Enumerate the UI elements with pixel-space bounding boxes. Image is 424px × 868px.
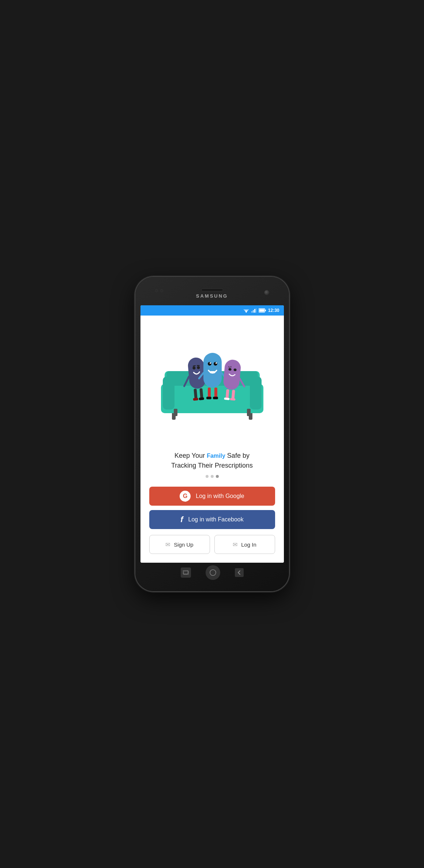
svg-rect-37 bbox=[206, 397, 211, 399]
front-camera-area bbox=[155, 289, 163, 292]
svg-rect-16 bbox=[247, 409, 251, 416]
pill-characters-svg bbox=[161, 347, 263, 420]
svg-rect-15 bbox=[174, 409, 177, 416]
svg-rect-32 bbox=[210, 371, 215, 373]
svg-rect-9 bbox=[265, 310, 266, 311]
svg-rect-7 bbox=[256, 308, 256, 313]
speaker-grille bbox=[201, 288, 223, 291]
facebook-login-button[interactable]: f Log in with Facebook bbox=[149, 510, 275, 529]
svg-rect-10 bbox=[259, 309, 264, 312]
recent-apps-icon bbox=[183, 570, 189, 575]
signup-button[interactable]: ✉ Sign Up bbox=[149, 535, 210, 554]
login-label: Log In bbox=[241, 541, 256, 548]
app-content: Keep Your Family Safe byTracking Their P… bbox=[140, 316, 284, 563]
home-button[interactable] bbox=[206, 565, 220, 580]
home-icon bbox=[210, 569, 216, 576]
facebook-button-label: Log in with Facebook bbox=[188, 516, 244, 523]
svg-rect-26 bbox=[199, 397, 204, 400]
illustration-area bbox=[149, 323, 275, 445]
back-button[interactable] bbox=[235, 568, 244, 577]
camera-dot-1 bbox=[155, 289, 158, 292]
tagline-text-prefix: Keep Your bbox=[175, 452, 207, 459]
facebook-icon: f bbox=[180, 515, 183, 524]
rear-camera bbox=[264, 290, 269, 295]
brand-text: SAMSUNG bbox=[196, 293, 228, 299]
battery-icon bbox=[259, 308, 266, 313]
signup-label: Sign Up bbox=[174, 541, 193, 548]
signal-icon bbox=[251, 308, 256, 313]
svg-point-30 bbox=[210, 362, 211, 364]
login-button[interactable]: ✉ Log In bbox=[214, 535, 275, 554]
svg-rect-25 bbox=[193, 398, 198, 401]
tagline-highlight: Family bbox=[207, 453, 225, 459]
phone-top-bezel: SAMSUNG bbox=[140, 283, 284, 305]
wifi-icon bbox=[243, 308, 249, 313]
google-button-label: Log in with Google bbox=[196, 493, 244, 499]
svg-point-31 bbox=[215, 362, 217, 364]
svg-rect-38 bbox=[213, 397, 218, 399]
svg-rect-21 bbox=[196, 365, 199, 366]
svg-point-51 bbox=[210, 570, 216, 575]
svg-point-29 bbox=[214, 362, 217, 366]
svg-rect-13 bbox=[163, 377, 175, 410]
google-login-button[interactable]: G Log in with Google bbox=[149, 487, 275, 506]
svg-rect-36 bbox=[214, 388, 217, 398]
svg-rect-6 bbox=[254, 309, 255, 313]
back-icon bbox=[237, 570, 242, 575]
svg-rect-14 bbox=[250, 377, 262, 410]
login-mail-icon: ✉ bbox=[233, 541, 237, 548]
tagline: Keep Your Family Safe byTracking Their P… bbox=[171, 451, 253, 471]
couch-scene bbox=[161, 347, 263, 420]
dots-indicator bbox=[206, 475, 219, 478]
svg-rect-5 bbox=[253, 310, 254, 313]
svg-rect-27 bbox=[203, 353, 222, 388]
status-time: 12:30 bbox=[268, 308, 279, 313]
phone-device: SAMSUNG 12:30 bbox=[135, 277, 289, 591]
dot-1 bbox=[206, 475, 209, 478]
status-bar: 12:30 bbox=[140, 305, 284, 316]
phone-bottom-bezel bbox=[140, 563, 284, 585]
dot-2 bbox=[211, 475, 214, 478]
phone-screen: 12:30 bbox=[140, 305, 284, 563]
google-icon: G bbox=[180, 491, 191, 502]
email-buttons-row: ✉ Sign Up ✉ Log In bbox=[149, 535, 275, 554]
dot-3 bbox=[216, 475, 219, 478]
svg-rect-4 bbox=[251, 311, 252, 313]
svg-point-28 bbox=[208, 362, 211, 366]
recent-apps-button[interactable] bbox=[181, 567, 191, 578]
signup-mail-icon: ✉ bbox=[165, 541, 170, 548]
camera-dot-2 bbox=[160, 289, 163, 292]
svg-rect-35 bbox=[208, 388, 211, 398]
